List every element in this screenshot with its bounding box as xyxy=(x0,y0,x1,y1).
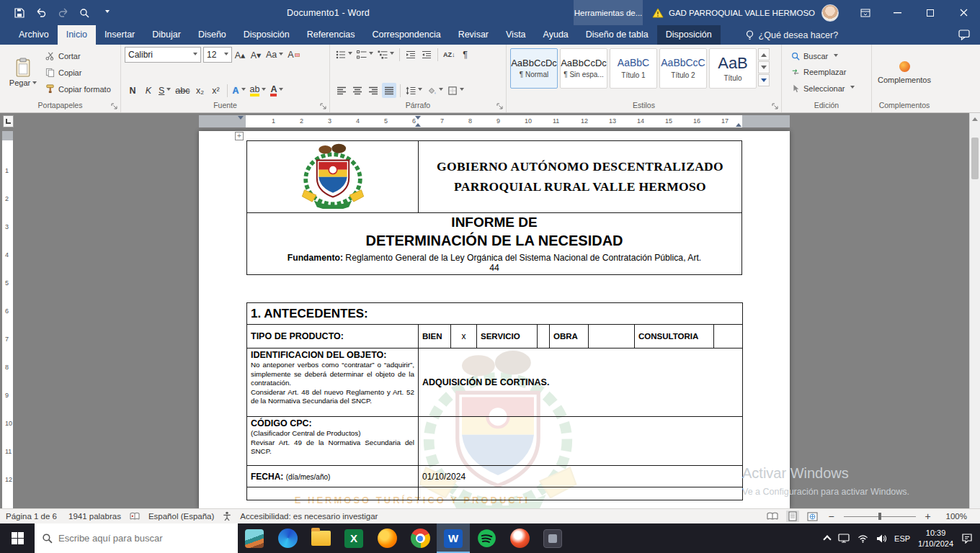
zoom-in-button[interactable]: + xyxy=(923,511,933,522)
tab-diseno[interactable]: Diseño xyxy=(190,25,235,45)
taskbar-edge-icon[interactable] xyxy=(271,523,304,553)
undo-icon[interactable] xyxy=(32,4,50,22)
tab-disposicion-tabla[interactable]: Disposición xyxy=(657,25,721,45)
org-name-cell[interactable]: GOBIERNO AUTÓNOMO DESCENTRALIZADO PARROQ… xyxy=(419,141,742,213)
tray-pc-icon[interactable] xyxy=(838,534,850,543)
account-info[interactable]: GAD PARROQUIAL VALLE HERMOSO xyxy=(652,8,815,18)
clipboard-dialog-launcher-icon[interactable] xyxy=(111,103,118,110)
align-center-button[interactable] xyxy=(350,83,365,98)
minimize-button[interactable] xyxy=(881,0,914,25)
italic-button[interactable]: K xyxy=(141,83,156,98)
font-size-select[interactable]: 12 xyxy=(203,47,232,63)
tipo-option-servicio[interactable]: SERVICIO xyxy=(477,325,538,349)
save-icon[interactable] xyxy=(10,4,29,22)
page-indicator[interactable]: Página 1 de 6 xyxy=(0,512,63,521)
start-button[interactable] xyxy=(0,523,35,553)
zoom-out-button[interactable]: − xyxy=(827,511,837,522)
taskbar-search-input[interactable] xyxy=(58,533,217,544)
numbering-button[interactable] xyxy=(355,47,375,62)
strikethrough-button[interactable]: abc xyxy=(174,83,191,98)
select-button[interactable]: Seleccionar xyxy=(788,81,858,96)
replace-button[interactable]: Reemplazar xyxy=(788,65,858,80)
style-normal[interactable]: AaBbCcDc ¶ Normal xyxy=(510,48,558,89)
borders-button[interactable] xyxy=(446,83,466,98)
paragraph-dialog-launcher-icon[interactable] xyxy=(496,103,504,110)
clear-formatting-button[interactable]: A xyxy=(286,48,300,63)
tray-clock[interactable]: 10:39 1/10/2024 xyxy=(918,528,953,549)
tab-ayuda[interactable]: Ayuda xyxy=(535,25,577,45)
tray-volume-icon[interactable] xyxy=(876,534,886,543)
style-titulo-2[interactable]: AaBbCcC Título 2 xyxy=(659,48,707,89)
paragraph-marks-button[interactable]: ¶ xyxy=(458,47,473,62)
superscript-button[interactable]: x² xyxy=(209,83,223,98)
tab-inicio[interactable]: Inicio xyxy=(58,25,96,45)
search-icon[interactable] xyxy=(75,4,94,22)
scroll-up-icon[interactable] xyxy=(970,113,980,125)
tab-archivo[interactable]: Archivo xyxy=(10,25,58,45)
tell-me-box[interactable]: ¿Qué desea hacer? xyxy=(739,25,845,45)
font-family-select[interactable]: Calibri xyxy=(125,47,201,63)
taskbar-app-icon[interactable] xyxy=(536,523,569,553)
word-count[interactable]: 1941 palabras xyxy=(63,512,127,521)
tab-disposicion[interactable]: Disposición xyxy=(235,25,298,45)
scrollbar-thumb[interactable] xyxy=(971,138,979,179)
vertical-scrollbar[interactable] xyxy=(969,113,980,508)
left-indent-marker[interactable] xyxy=(238,116,244,122)
styles-scroll-up-icon[interactable] xyxy=(758,48,770,60)
print-layout-button[interactable] xyxy=(786,511,799,522)
tipo-mark-obra[interactable] xyxy=(589,325,635,349)
tray-network-icon[interactable] xyxy=(858,534,868,543)
hanging-indent-marker[interactable] xyxy=(415,120,421,127)
shading-button[interactable] xyxy=(425,83,445,98)
tipo-option-obra[interactable]: OBRA xyxy=(550,325,589,349)
ribbon-display-options-icon[interactable] xyxy=(856,4,875,22)
tipo-mark-consultoria[interactable] xyxy=(714,325,743,349)
paste-button[interactable]: Pegar xyxy=(4,47,43,98)
multilevel-list-button[interactable] xyxy=(376,47,396,62)
identificacion-value-cell[interactable]: ADQUISICIÓN DE CORTINAS. xyxy=(419,349,743,417)
accessibility-status[interactable]: Accesibilidad: es necesario investigar xyxy=(234,512,383,521)
redo-icon[interactable] xyxy=(53,4,72,22)
fecha-value-cell[interactable]: 01/10/2024 xyxy=(419,466,743,487)
taskbar-word-icon[interactable]: W xyxy=(437,523,470,553)
styles-expand-icon[interactable] xyxy=(758,74,770,86)
change-case-button[interactable]: Aa xyxy=(264,48,285,63)
notification-center-icon[interactable] xyxy=(961,534,973,544)
tipo-mark-servicio[interactable] xyxy=(538,325,550,349)
underline-button[interactable]: S xyxy=(157,83,172,98)
zoom-slider[interactable] xyxy=(844,511,916,521)
text-effects-button[interactable]: A xyxy=(231,83,247,98)
tray-language[interactable]: ESP xyxy=(894,534,910,543)
section1-title[interactable]: 1. ANTECEDENTES: xyxy=(247,303,743,325)
find-button[interactable]: Buscar xyxy=(788,49,858,64)
justify-button[interactable] xyxy=(382,83,396,98)
font-dialog-launcher-icon[interactable] xyxy=(320,103,327,110)
taskbar-firefox-icon[interactable] xyxy=(370,523,404,553)
style-sin-espaciado[interactable]: AaBbCcDc ¶ Sin espa... xyxy=(560,48,607,89)
subscript-button[interactable]: x₂ xyxy=(193,83,208,98)
tab-dibujar[interactable]: Dibujar xyxy=(143,25,190,45)
taskbar-photos-icon[interactable] xyxy=(238,523,271,553)
sort-button[interactable]: AZ↓ xyxy=(442,47,457,62)
taskbar-search[interactable] xyxy=(35,523,238,553)
tab-revisar[interactable]: Revisar xyxy=(450,25,497,45)
bold-button[interactable]: N xyxy=(125,83,140,98)
style-titulo[interactable]: AaB Título xyxy=(709,48,757,89)
bullets-button[interactable] xyxy=(334,47,354,62)
avatar[interactable] xyxy=(821,4,839,22)
tab-selector[interactable] xyxy=(3,115,14,127)
highlight-button[interactable]: ab xyxy=(249,83,268,98)
styles-dialog-launcher-icon[interactable] xyxy=(772,103,779,110)
accessibility-icon[interactable] xyxy=(220,511,234,521)
taskbar-chrome-icon[interactable] xyxy=(404,523,437,553)
taskbar-excel-icon[interactable]: X xyxy=(337,523,370,553)
language-indicator[interactable]: Español (España) xyxy=(143,512,220,521)
tipo-mark-bien[interactable]: x xyxy=(451,325,477,349)
grow-font-button[interactable]: A▴ xyxy=(233,48,247,63)
maximize-button[interactable] xyxy=(914,0,947,25)
close-button[interactable] xyxy=(947,0,980,25)
format-painter-button[interactable]: Copiar formato xyxy=(43,81,114,96)
horizontal-ruler[interactable]: 1234567891011121314151617 xyxy=(199,115,790,127)
tipo-option-consultoria[interactable]: CONSULTORIA xyxy=(635,325,714,349)
decrease-indent-button[interactable] xyxy=(404,47,418,62)
